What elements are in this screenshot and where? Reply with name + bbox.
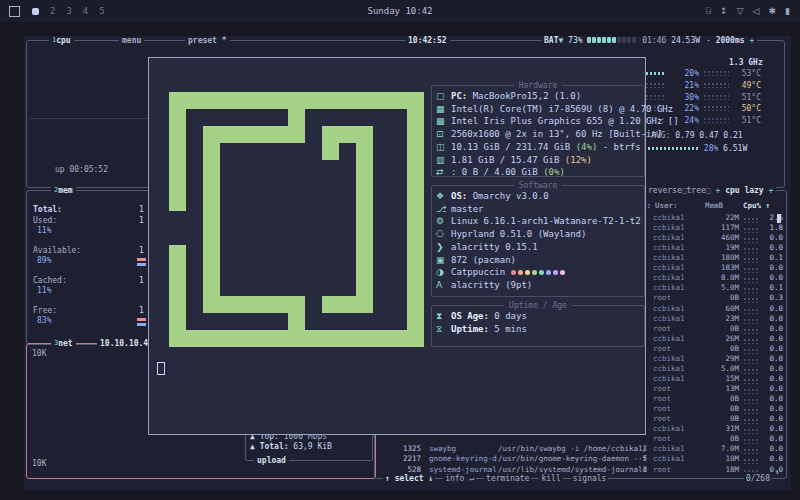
- cpu-core-row: 20%53°C: [625, 69, 783, 78]
- col-user[interactable]: User:: [655, 201, 678, 210]
- terminal-cursor: [157, 362, 165, 375]
- fastfetch-line: ▩Intel Iris Plus Graphics 655 @ 1.20 GHz…: [436, 115, 679, 128]
- fastfetch-line: ⇄: 0 B / 4.00 GiB (0%): [436, 166, 679, 179]
- action-terminate[interactable]: terminate: [484, 474, 531, 483]
- fastfetch-window: Hardware ▢PC: MacBookPro15,2 (1.0)▦Intel…: [148, 57, 646, 435]
- fastfetch-line: ▦Intel(R) Core(TM) i7-8569U (8) @ 4.70 G…: [436, 103, 679, 116]
- display-icon: ⊡: [436, 128, 451, 141]
- battery-meter: [587, 36, 637, 45]
- desktop: 2 3 4 5 Sunday 10:42 ⍈↕▽◁✱▮ 1cpu menu pr…: [0, 0, 800, 500]
- swap-icon: ⇄: [436, 166, 451, 179]
- update-interval-control[interactable]: - 2000ms +: [703, 36, 757, 45]
- btop-clock: 10:42:52: [405, 36, 450, 45]
- fastfetch-line: ⧗OS Age: 0 days: [436, 310, 527, 323]
- fastfetch-line: ▢PC: MacBookPro15,2 (1.0): [436, 90, 679, 103]
- fastfetch-line: ⊡2560x1600 @ 2x in 13", 60 Hz [Built-in]: [436, 128, 679, 141]
- upload-tab[interactable]: upload: [254, 456, 289, 465]
- net-scale-bottom: 10K: [32, 459, 46, 468]
- fastfetch-line: ⎔Hyprland 0.51.0 (Wayland): [436, 228, 641, 241]
- mem-row-label: Cached:: [33, 276, 67, 285]
- cpu-icon: ▦: [436, 103, 451, 116]
- mem-row-label: Free:: [33, 306, 57, 315]
- col-cpu[interactable]: Cpu% ↑: [743, 201, 770, 210]
- theme-icon: ◑: [436, 266, 451, 279]
- proc-sort-controls[interactable]: reverse□tree□ + cpu lazy +: [645, 186, 776, 195]
- preset-button[interactable]: preset *: [185, 36, 230, 45]
- uptime-header: Uptime / Age: [432, 301, 644, 310]
- uptime-icon: ⧖: [436, 323, 451, 336]
- kernel-icon: ⚙: [436, 215, 451, 228]
- fastfetch-line: ⚙Linux 6.16.1-arch1-Watanare-T2-1-t2: [436, 215, 641, 228]
- process-row[interactable]: 1325swaybg/usr/bin/swaybg -i /home/ccbik…: [375, 444, 784, 454]
- process-row[interactable]: root0B0.0: [375, 434, 784, 444]
- hardware-lines: ▢PC: MacBookPro15,2 (1.0)▦Intel(R) Core(…: [436, 90, 679, 179]
- pc-icon: ▢: [436, 90, 451, 103]
- git-branch-icon: ⎇: [436, 203, 451, 216]
- gpu-icon: ▩: [436, 115, 451, 128]
- process-row[interactable]: 2217gnome-keyring-d/usr/bin/gnome-keyrin…: [375, 454, 784, 464]
- scroll-more-icon: ↓: [775, 467, 780, 476]
- os-icon: ❖: [436, 190, 451, 203]
- top-bar: 2 3 4 5 Sunday 10:42 ⍈↕▽◁✱▮: [0, 0, 800, 22]
- net-scale-top: 10K: [32, 349, 46, 358]
- uptime-lines: ⧗OS Age: 0 days⧖Uptime: 5 mins: [436, 310, 527, 335]
- net-box-title[interactable]: 3net: [51, 339, 76, 348]
- software-header: Software: [432, 181, 644, 190]
- action-info[interactable]: info ↵: [443, 474, 476, 483]
- proc-counter: 0/268: [744, 474, 772, 483]
- fastfetch-line: ❖OS: Omarchy v3.0.0: [436, 190, 641, 203]
- col-mem[interactable]: MemB: [705, 201, 723, 210]
- proc-scrollbar[interactable]: [777, 214, 781, 223]
- uptime-label: up 00:05:52: [55, 165, 108, 174]
- menu-button[interactable]: menu: [119, 36, 144, 45]
- disk-icon: ◫: [436, 141, 451, 154]
- battery-status: BAT▼ 73% 01:46 24.53W: [541, 36, 703, 45]
- fastfetch-line: ❯alacritty 0.15.1: [436, 241, 641, 254]
- wm-icon: ⎔: [436, 228, 451, 241]
- hardware-header: Hardware: [432, 81, 644, 90]
- mem-row-label: Used:: [33, 216, 57, 225]
- action-signals[interactable]: signals: [571, 474, 609, 483]
- software-lines: ❖OS: Omarchy v3.0.0⎇master⚙Linux 6.16.1-…: [436, 190, 641, 292]
- fastfetch-line: ▣872 (pacman): [436, 254, 641, 267]
- omarchy-ascii-logo: [169, 92, 424, 347]
- action-select[interactable]: ↑ select ↓: [383, 474, 435, 483]
- memory-icon: ▥: [436, 154, 451, 167]
- font-icon: A: [436, 279, 451, 292]
- fastfetch-line: Aalacritty (9pt): [436, 279, 641, 292]
- process-row[interactable]: 528systemd-journal/usr/lib/systemd/syste…: [375, 465, 784, 475]
- fastfetch-line: ◑Catppuccin: [436, 266, 641, 279]
- mem-row-label: Available:: [33, 246, 81, 255]
- fastfetch-line: ⧖Uptime: 5 mins: [436, 323, 527, 336]
- action-kill[interactable]: kill: [539, 474, 562, 483]
- fastfetch-line: ▥1.81 GiB / 15.47 GiB (12%): [436, 154, 679, 167]
- mem-box-title[interactable]: 2mem: [51, 186, 76, 195]
- os-age-icon: ⧗: [436, 310, 451, 323]
- cpu-core-row: 21%49°C: [625, 81, 783, 90]
- fastfetch-line: ◫10.13 GiB / 231.74 GiB (4%) - btrfs: [436, 141, 679, 154]
- fastfetch-line: ⎇master: [436, 203, 641, 216]
- terminal-icon: ❯: [436, 241, 451, 254]
- proc-action-bar: ↑ select ↓info ↵terminatekillsignals: [383, 474, 608, 483]
- cpu-frequency: 1.3 GHz: [729, 58, 763, 67]
- bar-clock: Sunday 10:42: [0, 6, 800, 16]
- cpu-box-title[interactable]: 1cpu: [49, 36, 74, 45]
- packages-icon: ▣: [436, 254, 451, 267]
- mem-row-label: Total:: [33, 205, 62, 214]
